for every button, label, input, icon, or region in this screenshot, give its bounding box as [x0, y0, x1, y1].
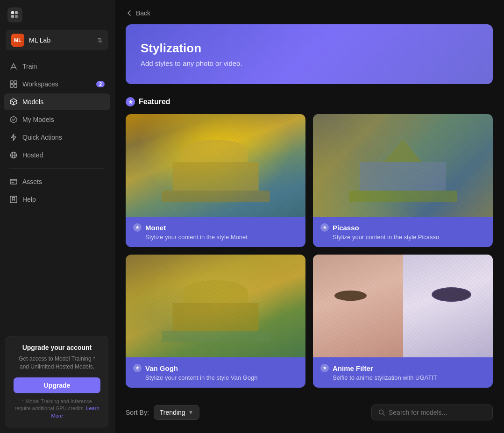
help-icon [9, 195, 18, 204]
search-input[interactable] [389, 409, 486, 416]
back-label: Back [136, 9, 150, 17]
sidebar-item-workspaces-label: Workspaces [22, 80, 58, 88]
svg-rect-8 [14, 85, 17, 87]
card-vangogh-name: Van Gogh [145, 364, 178, 372]
card-monet-featured-icon: ★ [133, 223, 142, 232]
section-header: ★ Featured [126, 97, 493, 106]
hero-description: Add styles to any photo or video. [141, 59, 478, 67]
card-vangogh-desc: Stylize your content in the style Van Go… [145, 374, 298, 381]
upgrade-title: Upgrade your account [14, 344, 100, 351]
card-vangogh-featured-icon: ★ [133, 364, 142, 372]
svg-rect-7 [10, 85, 13, 87]
card-monet-desc: Stylize your content in the style Monet [145, 234, 298, 241]
card-vangogh[interactable]: ★ Van Gogh Stylize your content in the s… [126, 255, 305, 388]
svg-line-18 [383, 414, 385, 416]
card-picasso-name: Picasso [333, 224, 359, 232]
sidebar-item-hosted[interactable]: Hosted [4, 147, 110, 163]
card-anime-name: Anime Filter [333, 364, 373, 372]
back-link[interactable]: Back [126, 9, 493, 17]
card-picasso-info: ★ Picasso Stylize your content in the st… [313, 217, 493, 247]
quick-actions-icon [9, 133, 18, 142]
workspace-avatar: ML [11, 34, 24, 47]
train-icon [9, 62, 18, 71]
logo-icon [7, 7, 22, 22]
svg-rect-0 [11, 11, 14, 14]
svg-rect-13 [10, 179, 17, 184]
upgrade-description: Get access to Model Training * and Unlim… [14, 355, 100, 371]
card-vangogh-info: ★ Van Gogh Stylize your content in the s… [126, 357, 305, 388]
sort-value: Trending [160, 409, 185, 416]
app-logo [0, 0, 114, 26]
sidebar-item-train[interactable]: Train [4, 58, 110, 75]
card-anime-desc: Selfie to anime stylization with UGATIT [333, 374, 485, 381]
hero-banner: Stylization Add styles to any photo or v… [126, 24, 493, 84]
sidebar-item-my-models[interactable]: My Models [4, 111, 110, 128]
hero-title: Stylization [141, 41, 478, 56]
sidebar-item-quick-actions-label: Quick Actions [22, 134, 62, 141]
svg-rect-5 [10, 81, 13, 84]
card-anime-featured-icon: ★ [320, 364, 329, 372]
bottom-toolbar: Sort By: Trending ▼ [126, 399, 493, 422]
sidebar-item-help[interactable]: Help [4, 191, 110, 208]
sort-row: Sort By: Trending ▼ [126, 405, 199, 420]
sort-label: Sort By: [126, 409, 149, 416]
sidebar-item-workspaces[interactable]: Workspaces 2 [4, 76, 110, 92]
card-monet-image [126, 114, 305, 217]
card-picasso-desc: Stylize your content in the style Picass… [333, 234, 485, 241]
svg-rect-1 [15, 11, 18, 14]
assets-icon [9, 177, 18, 186]
hosted-icon [9, 151, 18, 159]
chevron-down-icon: ▼ [188, 409, 194, 416]
card-anime-info: ★ Anime Filter Selfie to anime stylizati… [313, 357, 493, 388]
card-picasso[interactable]: ★ Picasso Stylize your content in the st… [313, 114, 493, 247]
workspace-name: ML Lab [29, 36, 92, 44]
sidebar-item-train-label: Train [22, 63, 37, 70]
card-anime-filter[interactable]: ★ Anime Filter Selfie to anime stylizati… [313, 255, 493, 388]
search-box[interactable] [371, 405, 493, 420]
card-picasso-featured-icon: ★ [320, 223, 329, 232]
sidebar-item-assets[interactable]: Assets [4, 173, 110, 190]
main-content: Back Stylization Add styles to any photo… [114, 0, 504, 433]
svg-rect-6 [14, 81, 17, 84]
cards-grid: ★ Monet Stylize your content in the styl… [126, 114, 493, 388]
nav-divider [9, 168, 105, 169]
svg-rect-3 [15, 15, 18, 18]
section-title: Featured [139, 98, 170, 106]
sidebar-nav: Train Workspaces 2 [0, 58, 114, 330]
card-anime-image [313, 255, 493, 357]
sidebar-item-hosted-label: Hosted [22, 151, 43, 159]
sidebar-item-models[interactable]: Models [4, 93, 110, 110]
upgrade-card: Upgrade your account Get access to Model… [6, 336, 108, 427]
workspaces-badge: 2 [96, 81, 105, 87]
chevron-down-icon: ⇅ [97, 36, 103, 44]
card-monet[interactable]: ★ Monet Stylize your content in the styl… [126, 114, 305, 247]
workspace-selector[interactable]: ML ML Lab ⇅ [6, 30, 108, 50]
sidebar-item-my-models-label: My Models [22, 116, 54, 123]
upgrade-button[interactable]: Upgrade [14, 377, 100, 393]
sidebar: ML ML Lab ⇅ Train [0, 0, 114, 433]
sidebar-item-help-label: Help [22, 196, 36, 203]
sort-select[interactable]: Trending ▼ [154, 405, 200, 420]
card-vangogh-image [126, 255, 305, 357]
upgrade-fine-print: * Model Training and Inference require a… [14, 398, 100, 419]
sidebar-item-quick-actions[interactable]: Quick Actions [4, 129, 110, 146]
card-monet-name: Monet [145, 224, 166, 232]
workspaces-icon [9, 80, 18, 88]
models-icon [9, 98, 18, 106]
card-monet-info: ★ Monet Stylize your content in the styl… [126, 217, 305, 247]
sidebar-item-models-label: Models [22, 98, 43, 106]
card-picasso-image [313, 114, 493, 217]
sidebar-item-assets-label: Assets [22, 178, 42, 185]
my-models-icon [9, 115, 18, 124]
search-icon [378, 409, 385, 416]
featured-icon: ★ [126, 97, 135, 106]
back-arrow-icon [126, 9, 133, 17]
svg-rect-2 [11, 15, 14, 18]
